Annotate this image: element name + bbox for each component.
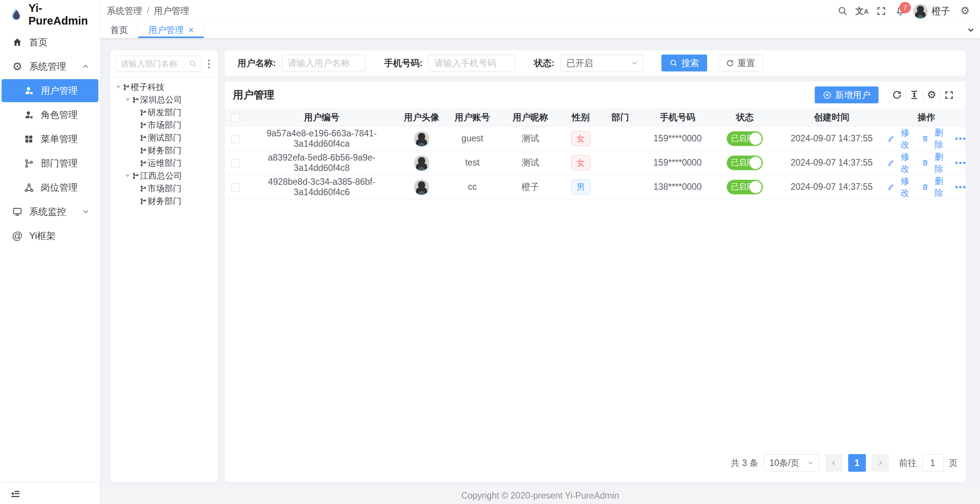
sidebar-item-yi-framework[interactable]: @ Yi框架 [2,224,98,247]
username-input[interactable] [282,55,365,71]
tree-node[interactable]: 深圳总公司 [111,93,218,106]
tabbar-menu-chevron-icon[interactable] [962,22,980,38]
select-all-checkbox[interactable] [231,114,240,122]
prev-page-button[interactable] [825,454,843,472]
tree-node-label: 财务部门 [148,196,181,207]
next-page-button[interactable] [871,454,889,472]
tab-users[interactable]: 用户管理 × [138,22,204,38]
goto-label: 前往 [899,457,917,469]
sidebar-item-posts[interactable]: 岗位管理 [2,176,98,199]
edit-button[interactable]: 修改 [887,127,913,151]
refresh-icon[interactable] [889,90,905,100]
top-header: 系统管理 / 用户管理 文A 7 [100,0,980,22]
sidebar-item-menus[interactable]: 菜单管理 [2,128,98,151]
tree-node-label: 财务部门 [148,145,181,156]
col-gender: 性别 [562,108,599,126]
edit-label: 修改 [897,151,913,175]
settings-gear-icon[interactable]: ⚙ [955,0,975,22]
cell-created: 2024-09-07 14:37:55 [776,151,887,175]
tree-node[interactable]: 测试部门 [111,131,218,144]
page-number-button[interactable]: 1 [848,454,866,472]
collapse-sidebar-icon[interactable] [10,488,21,499]
row-checkbox[interactable] [231,159,240,167]
status-toggle[interactable]: 已启用 [727,156,763,170]
delete-label: 删除 [931,151,947,175]
gender-tag: 男 [571,179,590,194]
notification-bell-icon[interactable]: 7 [891,0,910,22]
user-avatar [414,131,429,146]
sidebar-item-home[interactable]: 首页 [2,31,98,54]
sidebar-item-roles[interactable]: 角色管理 [2,103,98,126]
department-tree-panel: 橙子科技 深圳总公司 研发部门 市场部门 [111,50,218,482]
tab-home[interactable]: 首页 [100,22,138,38]
delete-button[interactable]: 删除 [922,127,947,151]
status-toggle[interactable]: 已启用 [727,180,763,194]
tree-node[interactable]: 财务部门 [111,195,218,207]
cell-created: 2024-09-07 14:37:55 [776,175,887,199]
more-actions-icon[interactable] [955,138,965,140]
sidebar-item-label: 菜单管理 [41,133,78,145]
table-card-header: 用户管理 新增用户 [225,81,965,108]
table-row: 9a57a4e8-e196-663a-7841-3a14dd60f4ca gue… [225,126,965,151]
table-toolbar: 新增用户 ⚙ [815,86,957,103]
row-checkbox[interactable] [231,183,240,192]
tree-node[interactable]: 财务部门 [111,144,218,157]
delete-button[interactable]: 删除 [922,175,947,199]
sidebar: Yi-PureAdmin 首页 ⚙ 系统管理 用户管理 [0,0,100,504]
sidebar-item-users[interactable]: 用户管理 [2,79,98,102]
add-user-button[interactable]: 新增用户 [815,86,879,103]
search-button[interactable]: 搜索 [661,55,707,71]
status-select[interactable]: 已开启 [560,55,644,71]
status-toggle[interactable]: 已启用 [727,131,763,146]
filter-bar: 用户名称: 手机号码: 状态: 已开启 [225,50,965,76]
phone-input[interactable] [428,55,515,71]
page-size-select[interactable]: 10条/页 [764,454,820,472]
tree-node[interactable]: 橙子科技 [111,81,218,93]
tree-node[interactable]: 市场部门 [111,119,218,131]
user-avatar [414,179,429,195]
filter-phone-label: 手机号码: [384,57,423,69]
branch-icon [23,158,35,169]
filter-status-label: 状态: [534,57,555,69]
sidebar-item-monitor[interactable]: 系统监控 [2,200,98,223]
sidebar-item-system[interactable]: ⚙ 系统管理 [2,55,98,78]
reset-button[interactable]: 重置 [719,55,762,71]
tree-search-input[interactable] [121,59,189,68]
logo[interactable]: Yi-PureAdmin [0,0,100,29]
translate-icon[interactable]: 文A [852,0,872,22]
row-density-icon[interactable] [906,90,923,100]
filter-name-label: 用户名称: [238,57,276,69]
table-row: 4928be8d-3c34-a385-86bf-3a14dd60f4c6 cc … [225,175,965,199]
caret-down-icon[interactable] [125,174,130,180]
more-actions-icon[interactable] [955,162,965,164]
table-fullscreen-icon[interactable] [940,90,957,100]
tree-node[interactable]: 市场部门 [111,182,218,195]
col-status: 状态 [714,108,776,126]
fullscreen-icon[interactable] [872,0,891,22]
tree-node[interactable]: 运维部门 [111,157,218,169]
more-actions-icon[interactable] [955,186,965,188]
tab-close-icon[interactable]: × [188,25,194,35]
row-checkbox[interactable] [231,135,240,143]
avatar [913,4,928,18]
search-icon[interactable] [833,0,852,22]
column-settings-icon[interactable]: ⚙ [923,90,940,100]
app-root: Yi-PureAdmin 首页 ⚙ 系统管理 用户管理 [0,0,980,504]
caret-down-icon[interactable] [125,98,130,104]
edit-button[interactable]: 修改 [887,175,913,199]
status-toggle-label: 已启用 [731,158,754,168]
branch-icon [132,172,139,179]
caret-down-icon[interactable] [116,86,121,91]
tree-node[interactable]: 江西总公司 [111,169,218,182]
cell-user-id: a8392efa-5ed8-6b56-9a9e-3a14dd60f4c8 [246,151,397,175]
goto-page-input[interactable] [922,454,943,472]
tree-node[interactable]: 研发部门 [111,106,218,119]
header-actions: 文A 7 橙子 ⚙ [833,0,975,22]
user-menu[interactable]: 橙子 [910,0,955,22]
breadcrumb-parent[interactable]: 系统管理 [107,5,142,17]
delete-button[interactable]: 删除 [922,151,947,175]
edit-button[interactable]: 修改 [887,151,913,175]
sidebar-item-depts[interactable]: 部门管理 [2,152,98,175]
tree-more-icon[interactable] [203,60,214,68]
tree-node-label: 市场部门 [148,183,181,194]
